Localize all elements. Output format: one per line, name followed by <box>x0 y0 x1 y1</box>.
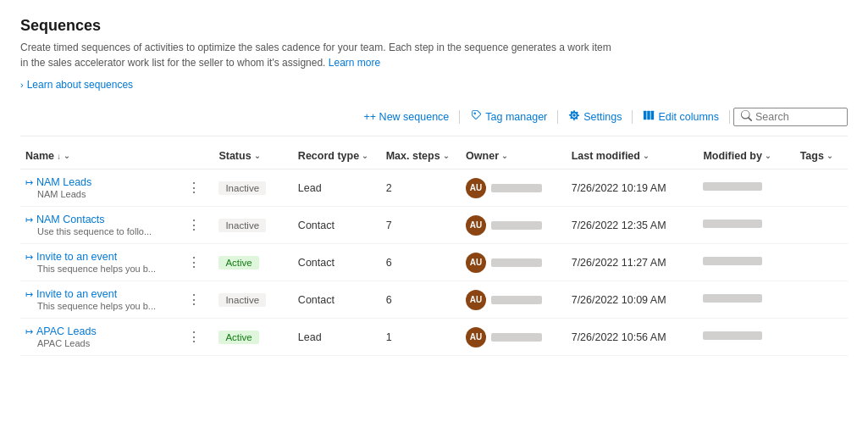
sequence-arrow-icon: ↦ <box>25 177 33 188</box>
cell-owner: AU <box>461 207 567 244</box>
chevron-down-icon-modby: ⌄ <box>765 152 771 160</box>
learn-about-sequences[interactable]: › Learn about sequences <box>20 79 133 91</box>
cell-owner: AU <box>461 170 567 207</box>
status-badge: Inactive <box>218 293 266 307</box>
sequence-subtitle: NAM Leads <box>25 189 170 199</box>
row-more-button[interactable]: ⋮ <box>184 292 204 308</box>
tag-icon <box>470 109 482 124</box>
cell-modified-by <box>698 170 794 207</box>
cell-max-steps: 6 <box>381 244 461 281</box>
search-icon <box>741 110 752 124</box>
cell-more: ⋮ <box>179 207 214 244</box>
cell-owner: AU <box>461 319 567 356</box>
sequence-subtitle: Use this sequence to follo... <box>25 226 170 236</box>
table-row: ↦ Invite to an event This sequence helps… <box>20 244 848 281</box>
avatar: AU <box>466 253 486 273</box>
sequence-name[interactable]: Invite to an event <box>36 251 117 263</box>
tag-manager-label: Tag manager <box>485 111 547 123</box>
col-header-last-modified[interactable]: Last modified ⌄ <box>567 143 699 170</box>
modified-by-name <box>703 294 762 303</box>
row-more-button[interactable]: ⋮ <box>184 217 204 234</box>
sequence-name[interactable]: NAM Contacts <box>36 214 105 225</box>
table-row: ↦ NAM Leads NAM Leads ⋮ Inactive Lead 2 … <box>20 170 848 207</box>
cell-owner: AU <box>461 244 567 281</box>
cell-more: ⋮ <box>179 281 214 319</box>
row-more-button[interactable]: ⋮ <box>184 180 204 197</box>
status-badge: Active <box>218 331 258 344</box>
chevron-down-icon-status: ⌄ <box>254 152 261 160</box>
svg-rect-1 <box>648 111 651 120</box>
cell-max-steps: 7 <box>381 207 461 244</box>
col-header-status[interactable]: Status ⌄ <box>213 143 292 170</box>
cell-status: Inactive <box>213 281 292 319</box>
sequences-page: Sequences Create timed sequences of acti… <box>0 0 868 428</box>
cell-last-modified: 7/26/2022 11:27 AM <box>567 244 699 281</box>
sequence-subtitle: This sequence helps you b... <box>25 264 170 274</box>
toolbar: + + New sequence Tag manager Settings Ed… <box>20 106 848 136</box>
table-row: ↦ NAM Contacts Use this sequence to foll… <box>20 207 848 244</box>
cell-more: ⋮ <box>179 319 214 356</box>
col-header-name[interactable]: Name ↓ ⌄ <box>20 143 179 170</box>
sequence-arrow-icon: ↦ <box>25 214 33 225</box>
cell-name: ↦ Invite to an event This sequence helps… <box>20 281 179 319</box>
cell-modified-by <box>698 244 794 281</box>
col-header-more <box>179 143 214 170</box>
cell-last-modified: 7/26/2022 10:56 AM <box>567 319 699 356</box>
col-header-modified-by[interactable]: Modified by ⌄ <box>698 143 794 170</box>
cell-max-steps: 1 <box>381 319 461 356</box>
sequences-table: Name ↓ ⌄ Status ⌄ Recor <box>20 143 848 356</box>
separator-4 <box>729 110 730 124</box>
sequence-name[interactable]: APAC Leads <box>36 325 97 337</box>
settings-label: Settings <box>583 111 622 123</box>
cell-last-modified: 7/26/2022 10:19 AM <box>567 170 699 207</box>
sequence-arrow-icon: ↦ <box>25 289 33 300</box>
cell-more: ⋮ <box>179 170 214 207</box>
cell-tags <box>795 281 848 319</box>
separator-1 <box>459 110 460 124</box>
table-row: ↦ APAC Leads APAC Leads ⋮ Active Lead 1 … <box>20 319 848 356</box>
avatar: AU <box>466 327 486 347</box>
cell-name: ↦ APAC Leads APAC Leads <box>20 319 179 356</box>
chevron-down-icon-steps: ⌄ <box>443 152 450 160</box>
edit-columns-label: Edit columns <box>658 111 719 123</box>
new-sequence-button[interactable]: + + New sequence <box>357 108 456 126</box>
chevron-down-icon-record: ⌄ <box>362 152 368 160</box>
modified-by-name <box>703 257 762 265</box>
sequence-name[interactable]: Invite to an event <box>36 288 117 300</box>
learn-more-link[interactable]: Learn more <box>329 57 380 69</box>
cell-tags <box>795 207 848 244</box>
owner-name <box>491 333 542 342</box>
learn-about-label: Learn about sequences <box>27 79 133 91</box>
search-box[interactable] <box>733 108 848 126</box>
edit-columns-button[interactable]: Edit columns <box>636 106 726 127</box>
new-sequence-label: + New sequence <box>370 111 449 123</box>
svg-rect-0 <box>644 111 647 120</box>
separator-2 <box>557 110 558 124</box>
cell-record-type: Lead <box>293 319 381 356</box>
cell-record-type: Lead <box>293 170 381 207</box>
cell-last-modified: 7/26/2022 12:35 AM <box>567 207 699 244</box>
col-header-record-type[interactable]: Record type ⌄ <box>293 143 381 170</box>
page-description: Create timed sequences of activities to … <box>20 40 613 70</box>
cell-max-steps: 2 <box>381 170 461 207</box>
row-more-button[interactable]: ⋮ <box>184 254 204 271</box>
search-input[interactable] <box>755 111 840 123</box>
settings-icon <box>568 109 580 124</box>
sequences-table-container: Name ↓ ⌄ Status ⌄ Recor <box>20 143 848 356</box>
avatar: AU <box>466 290 486 310</box>
avatar: AU <box>466 215 486 236</box>
sequence-name[interactable]: NAM Leads <box>36 176 91 188</box>
columns-icon <box>643 109 655 124</box>
cell-status: Active <box>213 319 292 356</box>
chevron-right-icon: › <box>20 80 24 90</box>
settings-button[interactable]: Settings <box>561 106 628 127</box>
modified-by-name <box>703 182 762 191</box>
status-badge: Active <box>218 256 258 270</box>
cell-record-type: Contact <box>293 207 381 244</box>
col-header-owner[interactable]: Owner ⌄ <box>461 143 567 170</box>
col-header-max-steps[interactable]: Max. steps ⌄ <box>381 143 461 170</box>
row-more-button[interactable]: ⋮ <box>184 329 204 346</box>
tag-manager-button[interactable]: Tag manager <box>463 106 554 127</box>
col-header-tags[interactable]: Tags ⌄ <box>795 143 848 170</box>
modified-by-name <box>703 331 762 340</box>
